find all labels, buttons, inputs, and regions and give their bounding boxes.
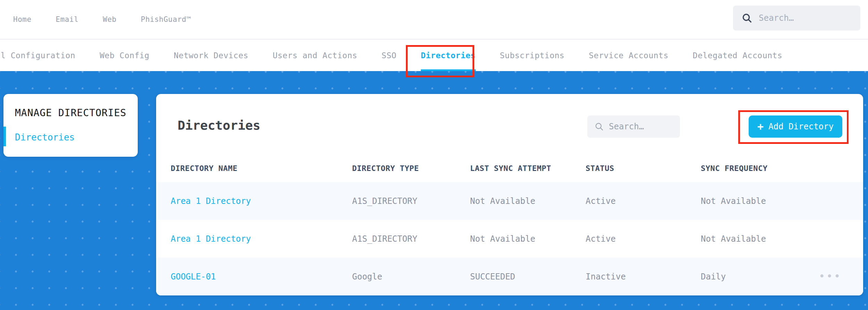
- cell-sync-frequency: Not Available: [701, 196, 819, 206]
- top-nav-items: HomeEmailWebPhishGuard™: [13, 0, 191, 39]
- table-row[interactable]: Area 1 Directory A1S_DIRECTORY Not Avail…: [156, 182, 863, 220]
- cell-directory-name[interactable]: Area 1 Directory: [171, 234, 352, 244]
- content-area: MANAGE DIRECTORIES Directories Directori…: [0, 71, 868, 310]
- tab-web-config[interactable]: Web Config: [100, 40, 149, 71]
- menu-cell: •••: [819, 271, 863, 282]
- manage-directories-card: MANAGE DIRECTORIES Directories: [3, 94, 138, 157]
- cell-status: Active: [586, 196, 701, 206]
- table-body: Area 1 Directory A1S_DIRECTORY Not Avail…: [156, 182, 863, 295]
- page-title: Directories: [178, 118, 260, 132]
- topnav-item-email[interactable]: Email: [56, 15, 79, 24]
- column-header-directory-type: DIRECTORY TYPE: [352, 164, 470, 173]
- active-item-indicator: [3, 127, 6, 146]
- global-search-box[interactable]: [733, 6, 860, 31]
- cell-last-sync-attempt: Not Available: [470, 196, 586, 206]
- column-header-status: STATUS: [586, 164, 701, 173]
- tab-delegated-accounts[interactable]: Delegated Accounts: [693, 40, 782, 71]
- cell-sync-frequency: Daily: [701, 272, 819, 282]
- topnav-item-web[interactable]: Web: [103, 15, 116, 24]
- tab-l-configuration[interactable]: l Configuration: [1, 40, 75, 71]
- tab-directories[interactable]: Directories: [421, 40, 476, 71]
- search-icon: [594, 122, 604, 131]
- directories-search-box[interactable]: [587, 115, 680, 138]
- topnav-item-phishguard[interactable]: PhishGuard™: [141, 15, 191, 24]
- cell-status: Active: [586, 234, 701, 244]
- directories-panel: Directories + Add Directory DIRECTORY NA…: [156, 94, 863, 295]
- topnav-item-home[interactable]: Home: [13, 15, 32, 24]
- cell-directory-type: A1S_DIRECTORY: [352, 234, 470, 244]
- tab-sso[interactable]: SSO: [382, 40, 397, 71]
- column-header-directory-name: DIRECTORY NAME: [171, 164, 352, 173]
- settings-tab-bar: l ConfigurationWeb ConfigNetwork Devices…: [0, 39, 868, 71]
- cell-sync-frequency: Not Available: [701, 234, 819, 244]
- table-row[interactable]: GOOGLE-01 Google SUCCEEDED Inactive Dail…: [156, 258, 863, 295]
- search-icon: [741, 12, 752, 24]
- tab-users-and-actions[interactable]: Users and Actions: [273, 40, 357, 71]
- tab-subscriptions[interactable]: Subscriptions: [500, 40, 565, 71]
- plus-icon: +: [757, 121, 764, 132]
- cell-directory-name[interactable]: Area 1 Directory: [171, 196, 352, 206]
- cell-last-sync-attempt: SUCCEEDED: [470, 272, 586, 282]
- cell-directory-type: Google: [352, 272, 470, 282]
- cell-directory-type: A1S_DIRECTORY: [352, 196, 470, 206]
- global-search-input[interactable]: [759, 13, 845, 23]
- table-header-row: DIRECTORY NAMEDIRECTORY TYPELAST SYNC AT…: [156, 154, 863, 182]
- table-row[interactable]: Area 1 Directory A1S_DIRECTORY Not Avail…: [156, 220, 863, 258]
- tab-network-devices[interactable]: Network Devices: [174, 40, 248, 71]
- directories-search-input[interactable]: [609, 122, 671, 131]
- sidebar-item-directories[interactable]: Directories: [15, 132, 75, 143]
- sidebar-title: MANAGE DIRECTORIES: [15, 107, 126, 119]
- column-header-last-sync-attempt: LAST SYNC ATTEMPT: [470, 164, 586, 173]
- cell-directory-name[interactable]: GOOGLE-01: [171, 272, 352, 282]
- tab-service-accounts[interactable]: Service Accounts: [589, 40, 669, 71]
- cell-status: Inactive: [586, 272, 701, 282]
- add-directory-button[interactable]: + Add Directory: [749, 115, 842, 138]
- add-directory-label: Add Directory: [768, 122, 834, 131]
- row-actions-menu-icon[interactable]: •••: [819, 270, 842, 282]
- top-navigation: HomeEmailWebPhishGuard™: [0, 0, 868, 39]
- cell-last-sync-attempt: Not Available: [470, 234, 586, 244]
- column-header-sync-frequency: SYNC FREQUENCY: [701, 164, 819, 173]
